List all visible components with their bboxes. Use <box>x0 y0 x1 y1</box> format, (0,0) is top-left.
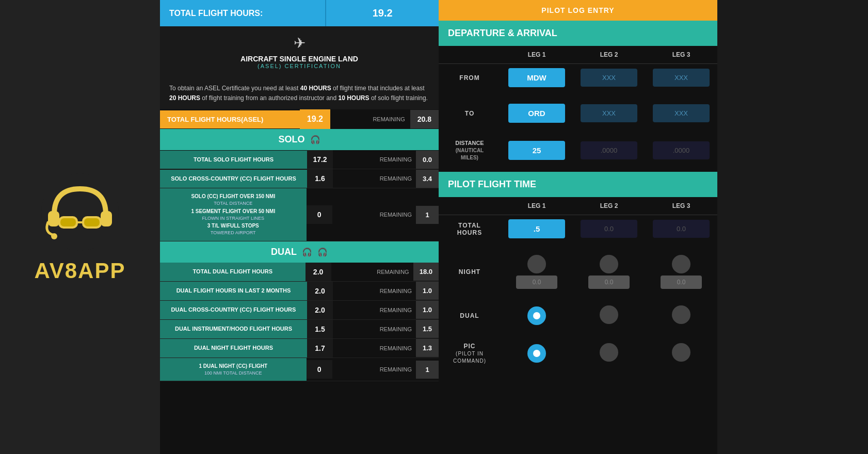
distance-row: DISTANCE(NAUTICALMILES) <box>439 135 717 166</box>
from-leg2-input[interactable] <box>581 69 637 87</box>
dual-leg3-cell[interactable] <box>645 301 717 330</box>
svg-point-8 <box>51 233 57 239</box>
dual-leg2-cell[interactable] <box>573 301 645 330</box>
pic-leg2-radio[interactable] <box>600 343 618 362</box>
to-leg2-cell[interactable] <box>573 100 645 127</box>
dual-leg1-radio[interactable] <box>527 306 546 325</box>
distance-leg3-cell[interactable] <box>645 135 717 166</box>
night-leg2-radio[interactable] <box>600 255 618 273</box>
total-hours-leg3-cell[interactable] <box>645 215 717 243</box>
dual-toggle-label: DUAL <box>439 301 501 330</box>
dual-leg3-radio[interactable] <box>672 305 690 324</box>
from-leg2-cell[interactable] <box>573 64 645 92</box>
headphones-icon-dual-2: 🎧 <box>317 247 328 257</box>
dual-row-5-label: DUAL NIGHT FLIGHT HOURS <box>160 339 307 357</box>
dual-row-3-value: 2.0 <box>307 301 333 319</box>
aircraft-sub: (ASEL) CERTIFICATION <box>258 63 341 69</box>
dual-row-4-label: DUAL INSTRUMENT/HOOD FLIGHT HOURS <box>160 320 307 338</box>
sidebar: AV8APP <box>0 0 160 454</box>
av8app-logo-icon <box>39 171 121 253</box>
to-row: TO <box>439 100 717 127</box>
to-leg2-input[interactable] <box>581 104 637 122</box>
total-flight-label: TOTAL FLIGHT HOURS: <box>160 0 325 26</box>
night-leg3-radio[interactable] <box>672 255 690 273</box>
headphones-icon-solo: 🎧 <box>310 135 320 144</box>
solo-row-1-label: TOTAL SOLO FLIGHT HOURS <box>160 151 307 169</box>
dual-row-1-value: 2.0 <box>306 263 331 281</box>
to-leg3-input[interactable] <box>653 104 710 122</box>
solo-row-2-label: SOLO CROSS-COUNTRY (CC) FLIGHT HOURS <box>160 170 307 188</box>
pic-leg2-cell[interactable] <box>573 338 645 368</box>
dual-row-3: DUAL CROSS-COUNTRY (CC) FLIGHT HOURS 2.0… <box>160 301 439 320</box>
departure-arrival-title: DEPARTURE & ARRIVAL <box>439 21 717 46</box>
aircraft-section: ✈ AIRCRAFT SINGLE ENGINE LAND (ASEL) CER… <box>160 26 439 77</box>
night-leg2-input[interactable] <box>588 275 630 289</box>
pic-leg3-cell[interactable] <box>645 338 717 368</box>
dual-row-1-remaining-value: 18.0 <box>413 263 439 281</box>
description: To obtain an ASEL Certificate you need a… <box>160 77 439 109</box>
total-hours-leg1-input[interactable] <box>508 219 565 238</box>
from-leg1-cell[interactable] <box>501 64 573 92</box>
dual-leg2-radio[interactable] <box>600 305 618 324</box>
dual-row-5: DUAL NIGHT FLIGHT HOURS 1.7 REMAINING 1.… <box>160 339 439 358</box>
night-leg1-input[interactable] <box>516 275 557 289</box>
dual-row-6-remaining-value: 1 <box>416 361 439 379</box>
total-hours-leg2-cell[interactable] <box>573 215 645 243</box>
dual-row-4-remaining-value: 1.5 <box>416 320 439 338</box>
dual-row-2-remaining-value: 1.0 <box>416 282 439 300</box>
departure-arrival-table: LEG 1 LEG 2 LEG 3 FROM TO <box>439 46 717 166</box>
total-hours-leg1-cell[interactable] <box>501 215 573 243</box>
pic-leg1-cell[interactable] <box>501 338 573 368</box>
total-hours-row: TOTALHOURS <box>439 215 717 243</box>
dual-label: DUAL <box>271 247 297 257</box>
pft-leg1-header: LEG 1 <box>501 197 573 215</box>
dual-row-6: 1 DUAL NIGHT (CC) FLIGHT 100 NMI TOTAL D… <box>160 358 439 382</box>
total-hours-label: TOTALHOURS <box>439 215 501 243</box>
total-hours-leg2-input[interactable] <box>581 220 637 238</box>
distance-leg1-input[interactable] <box>508 141 565 160</box>
solo-row-3-remaining-value: 1 <box>416 206 439 224</box>
night-leg1-radio[interactable] <box>527 255 546 273</box>
pilot-flight-time-table: LEG 1 LEG 2 LEG 3 TOTALHOURS <box>439 197 717 368</box>
solo-row-2: SOLO CROSS-COUNTRY (CC) FLIGHT HOURS 1.6… <box>160 169 439 188</box>
svg-rect-7 <box>84 218 100 226</box>
to-label: TO <box>439 100 501 127</box>
pft-empty-header <box>439 197 501 215</box>
total-hours-leg3-input[interactable] <box>653 220 710 238</box>
solo-row-3-label: SOLO (CC) FLIGHT OVER 150 NMI TOTAL DIST… <box>160 188 307 241</box>
night-leg1-group <box>504 255 570 289</box>
aircraft-title: AIRCRAFT SINGLE ENGINE LAND <box>240 55 358 63</box>
from-leg3-input[interactable] <box>653 69 710 87</box>
pic-leg3-radio[interactable] <box>672 343 690 362</box>
night-leg3-cell <box>645 251 717 293</box>
to-leg1-input[interactable] <box>508 104 565 123</box>
svg-rect-6 <box>60 218 76 226</box>
empty-header <box>439 46 501 64</box>
dual-leg1-cell[interactable] <box>501 301 573 330</box>
pilot-log-header: PILOT LOG ENTRY <box>439 0 717 21</box>
distance-leg1-cell[interactable] <box>501 135 573 166</box>
from-leg3-cell[interactable] <box>645 64 717 92</box>
distance-leg2-input[interactable] <box>581 141 637 159</box>
to-leg3-cell[interactable] <box>645 100 717 127</box>
distance-leg2-cell[interactable] <box>573 135 645 166</box>
solo-label: SOLO <box>278 134 304 145</box>
pic-leg1-radio[interactable] <box>527 344 546 363</box>
from-row: FROM <box>439 64 717 92</box>
night-leg3-input[interactable] <box>661 275 702 289</box>
pft-leg2-header: LEG 2 <box>573 197 645 215</box>
solo-row-1: TOTAL SOLO FLIGHT HOURS 17.2 REMAINING 0… <box>160 150 439 169</box>
pic-label: PIC(PILOT INCOMMAND) <box>439 338 501 368</box>
dual-row-5-remaining-value: 1.3 <box>416 339 439 357</box>
dual-row-6-remaining-label: REMAINING <box>332 361 416 378</box>
from-leg1-input[interactable] <box>508 68 565 87</box>
total-flight-bar: TOTAL FLIGHT HOURS: 19.2 <box>160 0 439 26</box>
pft-leg3-header: LEG 3 <box>645 197 717 215</box>
dual-row-6-label: 1 DUAL NIGHT (CC) FLIGHT 100 NMI TOTAL D… <box>160 358 307 381</box>
to-leg1-cell[interactable] <box>501 100 573 127</box>
distance-leg3-input[interactable] <box>653 141 710 159</box>
dual-row-3-remaining-value: 1.0 <box>416 301 439 319</box>
dual-row-1-remaining-label: REMAINING <box>331 264 413 280</box>
aircraft-icon: ✈ <box>294 35 306 52</box>
svg-rect-2 <box>101 211 112 226</box>
